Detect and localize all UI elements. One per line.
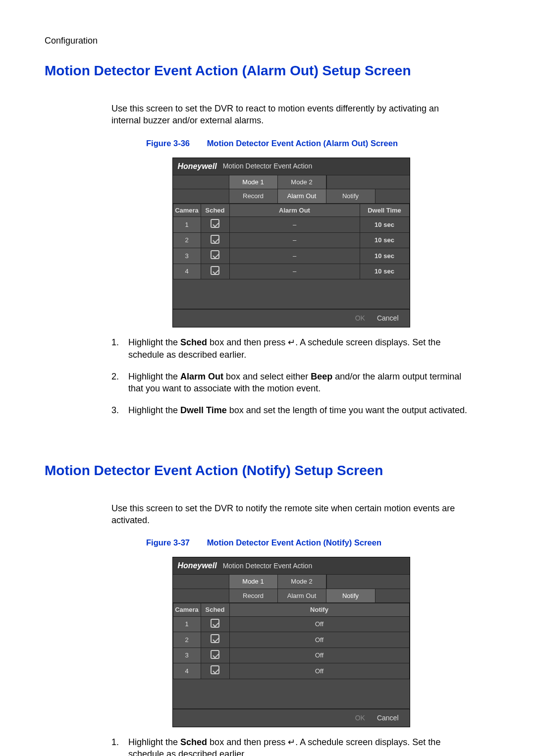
- dwell-time-cell[interactable]: 10 sec: [360, 248, 409, 264]
- checkbox-icon: [211, 235, 219, 244]
- dwell-time-cell[interactable]: 10 sec: [360, 264, 409, 279]
- notify-table: Camera Sched Notify 1 Off 2 Off 3 Off 4: [173, 603, 410, 709]
- table-row: 4 – 10 sec: [173, 264, 409, 279]
- camera-cell: 3: [173, 248, 201, 264]
- breadcrumb: Configuration: [45, 35, 490, 47]
- brand-logo: Honeywell: [178, 161, 217, 172]
- figure-36-label: Figure 3-36: [146, 139, 190, 148]
- table-row: 2 – 10 sec: [173, 232, 409, 248]
- sched-cell[interactable]: [201, 648, 229, 663]
- notify-cell[interactable]: Off: [229, 663, 409, 679]
- col-notify: Notify: [229, 603, 409, 617]
- section2-title: Motion Detector Event Action (Notify) Se…: [45, 461, 490, 480]
- alarm-out-cell[interactable]: –: [229, 248, 360, 264]
- camera-cell: 2: [173, 232, 201, 248]
- table-row: 1 Off: [173, 616, 409, 632]
- sched-cell[interactable]: [201, 663, 229, 679]
- col-camera: Camera: [173, 204, 201, 217]
- dvr-title: Motion Detector Event Action: [223, 561, 313, 571]
- table-row: 2 Off: [173, 632, 409, 648]
- checkbox-icon: [211, 219, 219, 228]
- checkbox-icon: [211, 619, 219, 628]
- dvr-title: Motion Detector Event Action: [223, 162, 313, 171]
- figure-37-title: Motion Detector Event Action (Notify) Sc…: [207, 538, 381, 547]
- sched-cell[interactable]: [201, 616, 229, 632]
- notify-cell[interactable]: Off: [229, 616, 409, 632]
- sched-cell[interactable]: [201, 232, 229, 248]
- tab-notify[interactable]: Notify: [326, 189, 375, 203]
- dvr-alarm-out-screenshot: Honeywell Motion Detector Event Action M…: [172, 158, 410, 327]
- figure-37-caption: Figure 3-37 Motion Detector Event Action…: [111, 537, 471, 548]
- cancel-button[interactable]: Cancel: [377, 314, 399, 323]
- col-alarm-out: Alarm Out: [229, 204, 360, 217]
- dwell-time-cell[interactable]: 10 sec: [360, 232, 409, 248]
- tab-mode-1[interactable]: Mode 1: [229, 175, 278, 189]
- ok-button[interactable]: OK: [355, 713, 365, 723]
- camera-cell: 1: [173, 616, 201, 632]
- camera-cell: 4: [173, 663, 201, 679]
- camera-cell: 3: [173, 648, 201, 663]
- alarm-out-cell[interactable]: –: [229, 217, 360, 233]
- section1-title: Motion Detector Event Action (Alarm Out)…: [45, 61, 490, 80]
- tab-alarm-out[interactable]: Alarm Out: [278, 189, 326, 203]
- step-3: 3. Highlight the Dwell Time box and set …: [111, 404, 471, 416]
- table-row: 1 – 10 sec: [173, 217, 409, 233]
- alarm-out-cell[interactable]: –: [229, 232, 360, 248]
- checkbox-icon: [211, 266, 219, 275]
- tab-mode-2[interactable]: Mode 2: [278, 575, 326, 589]
- table-row: 3 Off: [173, 648, 409, 663]
- dwell-time-cell[interactable]: 10 sec: [360, 217, 409, 233]
- col-sched: Sched: [201, 603, 229, 617]
- notify-cell[interactable]: Off: [229, 648, 409, 663]
- checkbox-icon: [211, 634, 219, 643]
- step-number: 2.: [111, 371, 128, 395]
- tab-mode-1[interactable]: Mode 1: [229, 575, 278, 589]
- tab-notify[interactable]: Notify: [326, 589, 375, 603]
- figure-36-title: Motion Detector Event Action (Alarm Out)…: [207, 139, 398, 148]
- figure-36-caption: Figure 3-36 Motion Detector Event Action…: [111, 138, 471, 149]
- section1-steps: 1. Highlight the Sched box and then pres…: [111, 336, 471, 416]
- camera-cell: 4: [173, 264, 201, 279]
- step-number: 1.: [111, 336, 128, 361]
- step-number: 3.: [111, 404, 128, 416]
- col-camera: Camera: [173, 603, 201, 617]
- checkbox-icon: [211, 665, 219, 674]
- col-sched: Sched: [201, 204, 229, 217]
- sched-cell[interactable]: [201, 248, 229, 264]
- tab-record[interactable]: Record: [229, 189, 278, 203]
- figure-37-label: Figure 3-37: [146, 538, 190, 547]
- sched-cell[interactable]: [201, 264, 229, 279]
- step-1: 1. Highlight the Sched box and then pres…: [111, 736, 471, 756]
- sched-cell[interactable]: [201, 632, 229, 648]
- step-1: 1. Highlight the Sched box and then pres…: [111, 336, 471, 361]
- step-2: 2. Highlight the Alarm Out box and selec…: [111, 371, 471, 395]
- ok-button[interactable]: OK: [355, 314, 365, 323]
- section2-intro: Use this screen to set the DVR to notify…: [111, 502, 471, 527]
- tab-record[interactable]: Record: [229, 589, 278, 603]
- table-row: 4 Off: [173, 663, 409, 679]
- section2-steps: 1. Highlight the Sched box and then pres…: [111, 736, 471, 756]
- section1-intro: Use this screen to set the DVR to react …: [111, 103, 471, 127]
- notify-cell[interactable]: Off: [229, 632, 409, 648]
- table-row: 3 – 10 sec: [173, 248, 409, 264]
- checkbox-icon: [211, 650, 219, 659]
- brand-logo: Honeywell: [178, 560, 217, 571]
- col-dwell-time: Dwell Time: [360, 204, 409, 217]
- camera-cell: 1: [173, 217, 201, 233]
- camera-cell: 2: [173, 632, 201, 648]
- dvr-notify-screenshot: Honeywell Motion Detector Event Action M…: [172, 557, 410, 727]
- checkbox-icon: [211, 250, 219, 259]
- alarm-out-cell[interactable]: –: [229, 264, 360, 279]
- step-number: 1.: [111, 736, 128, 756]
- tab-alarm-out[interactable]: Alarm Out: [278, 589, 326, 603]
- cancel-button[interactable]: Cancel: [377, 713, 399, 723]
- tab-mode-2[interactable]: Mode 2: [278, 175, 326, 189]
- alarm-out-table: Camera Sched Alarm Out Dwell Time 1 – 10…: [173, 204, 410, 310]
- sched-cell[interactable]: [201, 217, 229, 233]
